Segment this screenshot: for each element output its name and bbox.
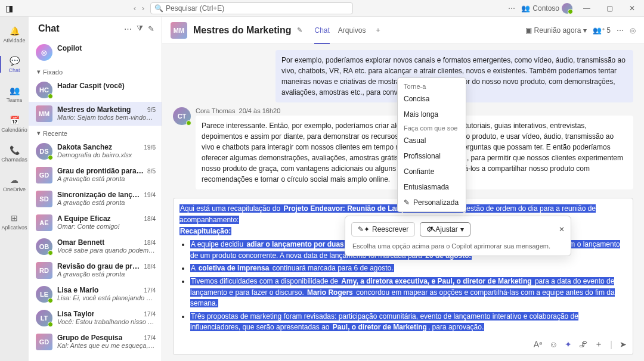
adjust-option-confident[interactable]: Confiante [398,164,466,179]
window-titlebar: ◨ ‹ › 🔍 Pesquisar (Ctrl+E) ⋯ 👥 Contoso —… [0,0,644,17]
search-placeholder: Pesquisar (Ctrl+E) [166,4,224,13]
search-icon: 🔍 [154,4,163,13]
copilot-rewrite-card: ✎✦Reescrever ⚙Ajustar▾ ✕ Escolha uma opç… [345,216,571,256]
format-icon[interactable]: Aᵃ [534,340,542,349]
avatar: MM [36,105,52,122]
chat-item-preview: Demografia do bairro.xlsx [57,151,156,158]
cloud-icon: ☁ [9,175,20,185]
message-ts: 20/4 às 16h20 [239,107,281,114]
global-search-input[interactable]: 🔍 Pesquisar (Ctrl+E) [150,2,353,14]
meet-now-button[interactable]: ▣Reunião agora▾ [525,26,587,35]
pencil-icon: ✎ [404,198,410,207]
rail-onedrive[interactable]: ☁OneDrive [0,169,29,198]
adjust-dropdown: Torne-a Concisa Mais longa Faça com que … [397,77,466,212]
conversation-panel: MM Mestres do Marketing ✎ Chat Arquivos … [162,17,644,361]
tab-files[interactable]: Arquivos [338,17,366,43]
chat-item-ts: 19/4 [144,192,156,198]
chat-item-preview: Mario: Sejam todos bem-vindos, colegas d… [57,114,156,121]
avatar: GD [36,167,52,183]
recent-section-label: ▾Recente [29,126,162,139]
chat-item-pinned[interactable]: MM Mestres do Marketing9/5Mario: Sejam t… [29,102,162,126]
avatar: GD [36,334,52,350]
rail-chat[interactable]: 💬Chat [0,50,29,79]
chat-item-recent[interactable]: SD Sincronização de lançamento da Ma...1… [29,187,162,211]
avatar: DS [36,143,52,160]
chat-item-recent[interactable]: GD Grau de prontidão para lançament...8/… [29,163,162,187]
window-minimize-button[interactable]: — [578,4,595,13]
plus-icon[interactable]: ＋ [595,339,603,350]
send-button[interactable]: ➤ [620,340,627,349]
nav-forward-button[interactable]: › [142,4,144,13]
copilot-compose-icon[interactable]: ✦ [565,340,572,349]
copilot-rewrite-button[interactable]: ✎✦Reescrever [351,222,415,236]
participants-button[interactable]: 👥⁺5 [593,26,611,35]
org-switcher[interactable]: 👥 Contoso [521,3,572,14]
chat-item-ts: 19/6 [144,144,156,151]
rail-teams[interactable]: 👥Teams [0,80,29,108]
rail-activity[interactable]: 🔔Atividade [0,20,29,49]
adjust-option-custom[interactable]: ✎Personalizada [398,195,466,210]
window-maximize-button[interactable]: ▢ [601,4,618,13]
rail-label: Atividade [3,38,25,43]
chat-item-ts: 18/4 [144,216,156,222]
nav-back-button[interactable]: ‹ [134,4,136,13]
avatar: OB [36,238,52,255]
copilot-icon: ◎ [36,44,52,61]
rename-icon[interactable]: ✎ [297,26,302,34]
chat-item-ts: 18/4 [144,263,156,270]
window-close-button[interactable]: ✕ [624,4,640,13]
chat-item-preview: Omar: Conte comigo! [57,223,156,230]
adjust-group-label: Faça com que soe [398,122,466,133]
adjust-option-concise[interactable]: Concisa [398,91,466,107]
chat-item-name: Lisa e Mario [57,286,98,294]
org-label: Contoso [532,4,559,13]
rail-apps[interactable]: ⊞Aplicativos [0,207,29,236]
avatar: SD [36,191,52,207]
chat-list-more-button[interactable]: ⋯ [124,24,132,33]
chat-list-title: Chat [38,23,119,34]
chat-item-recent[interactable]: LE Lisa e Mario17/4Lisa: Ei, você está p… [29,282,162,306]
attach-icon[interactable]: 🖇 [579,340,587,349]
chat-list-panel: Chat ⋯ ⧩ ✎ ◎ Copilot ▾Fixado HC Hadar Ca… [29,17,162,361]
adjust-option-professional[interactable]: Profissional [398,148,466,164]
copilot-icon[interactable]: ◎ [630,26,636,35]
chat-item-recent[interactable]: OB Omar Bennett18/4Você sabe para quando… [29,235,162,259]
chevron-down-icon: ▾ [460,225,464,234]
chat-item-recent[interactable]: DS Dakota Sanchez19/6Demografia do bairr… [29,139,162,163]
chat-item-recent[interactable]: RD Revisão do grau de prontidão para o..… [29,259,162,282]
chat-item-recent[interactable]: GD Grupo de Pesquisa17/4Kai: Antes que e… [29,330,162,354]
chat-item-name: Grupo de Pesquisa [57,334,122,342]
more-icon[interactable]: ⋯ [508,4,515,13]
rail-calls[interactable]: 📞Chamadas [0,139,29,168]
chat-item-ts: 17/4 [144,335,156,341]
chat-item-ts: 17/4 [144,311,156,318]
chat-item-preview: A gravação está pronta [57,175,156,182]
chat-item-ts: 9/5 [147,107,156,113]
chat-item-name: Omar Bennett [57,238,104,247]
chat-icon: 💬 [9,55,20,66]
avatar: LE [36,286,52,303]
adjust-option-casual[interactable]: Casual [398,133,466,148]
avatar: RD [36,262,52,279]
new-chat-button[interactable]: ✎ [148,24,154,33]
chat-item-pinned[interactable]: HC Hadar Caspit (você) [29,78,162,102]
copilot-adjust-button[interactable]: ⚙Ajustar▾ [420,222,470,236]
chat-item-recent[interactable]: AE A Equipe Eficaz18/4Omar: Conte comigo… [29,211,162,235]
adjust-option-enthusiastic[interactable]: Entusiasmada [398,179,466,195]
adjust-option-longer[interactable]: Mais longa [398,107,466,122]
chat-item-name: Lisa Taylor [57,310,94,318]
tab-chat[interactable]: Chat [314,17,329,43]
chat-item-recent[interactable]: LT Lisa Taylor17/4Você: Estou trabalhand… [29,306,162,330]
emoji-icon[interactable]: ☺ [549,340,558,349]
tab-add[interactable]: ＋ [374,17,382,43]
video-icon: ▣ [525,26,532,35]
rail-calendar[interactable]: 📅Calendário [0,110,29,138]
chat-list-filter-button[interactable]: ⧩ [137,24,143,33]
teams-icon: 👥 [9,85,20,96]
chevron-down-icon: ▾ [583,26,587,35]
compose-toolbar: Aᵃ ☺ ✦ 🖇 ＋ | ➤ [179,339,627,350]
chat-item-preview: Lisa: Ei, você está planejando chegar no… [57,294,156,301]
chat-item-copilot[interactable]: ◎ Copilot [29,41,162,64]
more-icon[interactable]: ⋯ [617,26,624,35]
copilot-close-button[interactable]: ✕ [559,225,565,234]
